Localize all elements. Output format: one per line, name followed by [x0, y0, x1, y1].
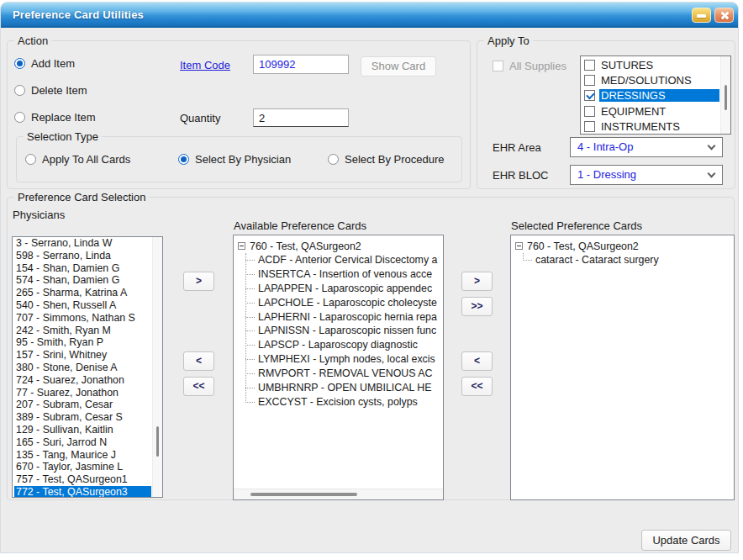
tree-root-node[interactable]: 760 - Test, QASurgeon2 [238, 239, 443, 253]
tree-child-node[interactable]: EXCCYST - Excision cysts, polyps [238, 395, 443, 409]
tree-root-label: 760 - Test, QASurgeon2 [527, 240, 639, 252]
supply-list-item[interactable]: MED/SOLUTIONS [582, 72, 719, 87]
physician-label: 707 - Simmons, Nathan S [16, 312, 135, 324]
tree-child-node[interactable]: LAPSCP - Laparoscopy diagnostic [238, 338, 443, 352]
checkbox-icon[interactable] [584, 60, 595, 71]
physician-list-item[interactable]: 154 - Shan, Damien G [14, 262, 151, 275]
tree-child-node[interactable]: LAPNISSN - Laparoscopic nissen func [238, 324, 443, 338]
ehr-area-dropdown[interactable]: 4 - Intra-Op [570, 137, 723, 157]
selection-type-radio[interactable]: Apply To All Cards [25, 153, 178, 166]
tree-child-node[interactable]: LAPHERNI - Laparoscopic hernia repa [238, 310, 443, 325]
physician-list-item[interactable]: 389 - Subram, Cesar S [14, 411, 151, 424]
minimize-icon[interactable] [692, 8, 711, 23]
tree-child-node[interactable]: UMBHRNRP - OPEN UMBILICAL HE [238, 381, 443, 395]
physician-list-item[interactable]: 207 - Subram, Cesar [14, 399, 151, 411]
all-supplies-checkbox[interactable]: All Supplies [493, 60, 566, 72]
physician-list-item[interactable]: 77 - Suarez, Jonathon [14, 387, 151, 399]
supplies-scrollbar[interactable] [720, 56, 730, 134]
physician-list-item[interactable]: 757 - Test, QASurgeon1 [14, 473, 151, 486]
action-radio[interactable]: Replace Item [14, 108, 96, 125]
physician-list-item[interactable]: 598 - Serrano, Linda [14, 250, 151, 262]
tree-child-node[interactable]: LAPCHOLE - Laparoscopic cholecyste [238, 296, 443, 310]
radio-icon [25, 154, 36, 165]
move-card-left-button[interactable]: < [461, 351, 493, 371]
physician-list-item[interactable]: 95 - Smith, Ryan P [14, 336, 151, 349]
tree-child-node[interactable]: LYMPHEXI - Lymph nodes, local excis [238, 352, 443, 367]
checkbox-icon[interactable] [584, 90, 595, 101]
show-card-button[interactable]: Show Card [361, 56, 436, 77]
physician-list-item[interactable]: 157 - Srini, Whitney [14, 349, 151, 362]
item-code-link[interactable]: Item Code [180, 59, 230, 71]
tree-root-label: 760 - Test, QASurgeon2 [250, 240, 361, 252]
move-physician-left-button[interactable]: < [183, 351, 214, 371]
action-radio[interactable]: Add Item [14, 55, 96, 71]
tree-child-node[interactable]: cataract - Cataract surgery [515, 253, 734, 267]
physician-label: 574 - Shan, Damien G [16, 274, 119, 286]
move-physician-left-all-button[interactable]: << [183, 377, 214, 396]
supply-list-item[interactable]: DRESSINGS [582, 88, 719, 103]
update-cards-button[interactable]: Update Cards [641, 530, 731, 551]
physician-list-item[interactable]: 724 - Suarez, Jonathon [14, 374, 151, 387]
physician-label: 265 - Sharma, Katrina A [16, 287, 127, 298]
supply-label: MED/SOLUTIONS [599, 74, 719, 87]
preference-card-selection-legend: Preference Card Selection [14, 191, 149, 203]
supply-list-item[interactable]: INSTRUMENTS [582, 119, 719, 135]
tree-child-node[interactable]: ACDF - Anterior Cervical Discectomy a [238, 253, 443, 267]
physician-list-item[interactable]: 380 - Stone, Denise A [14, 362, 151, 374]
tree-root-node[interactable]: 760 - Test, QASurgeon2 [515, 239, 734, 253]
move-card-right-button[interactable]: > [461, 272, 493, 291]
ehr-bloc-label: EHR BLOC [493, 169, 548, 182]
physician-list-item[interactable]: 574 - Shan, Damien G [14, 274, 151, 287]
collapse-icon[interactable] [238, 242, 245, 250]
physician-list-item[interactable]: 265 - Sharma, Katrina A [14, 287, 151, 299]
close-icon[interactable] [714, 8, 734, 23]
physicians-scrollbar[interactable] [152, 237, 162, 497]
checkbox-icon[interactable] [584, 121, 595, 132]
radio-icon [178, 154, 189, 165]
physician-list-item[interactable]: 540 - Shen, Russell A [14, 299, 151, 312]
supply-list-item[interactable]: SUTURES [582, 57, 719, 72]
checkbox-icon[interactable] [584, 106, 595, 117]
physician-list-item[interactable]: 165 - Suri, Jarrod N [14, 436, 151, 449]
available-cards-tree: 760 - Test, QASurgeon2 ACDF - Anterior C… [233, 235, 444, 500]
physician-list-item[interactable]: 135 - Tang, Maurice J [14, 449, 151, 462]
tree-child-label: ACDF - Anterior Cervical Discectomy a [258, 254, 437, 266]
quantity-field[interactable] [253, 108, 349, 127]
supply-list-item[interactable]: EQUIPMENT [582, 103, 719, 119]
scrollbar-thumb[interactable] [725, 85, 727, 110]
move-physician-right-button[interactable]: > [183, 272, 214, 291]
tree-child-node[interactable]: LAPAPPEN - Laparoscopic appendec [238, 282, 443, 296]
tree-child-node[interactable]: INSERTCA - Insertion of venous acce [238, 267, 443, 282]
physician-label: 157 - Srini, Whitney [16, 349, 107, 361]
move-card-right-all-button[interactable]: >> [461, 297, 493, 316]
physician-list-item[interactable]: 772 - Test, QASurgeon3 [14, 486, 151, 498]
action-radio[interactable]: Delete Item [14, 82, 96, 98]
tree-child-label: LAPAPPEN - Laparoscopic appendec [258, 283, 432, 294]
selection-type-radio[interactable]: Select By Procedure [328, 153, 445, 166]
selection-type-legend: Selection Type [24, 130, 102, 143]
physician-list-item[interactable]: 3 - Serrano, Linda W [14, 237, 151, 250]
tree-child-label: LAPSCP - Laparoscopy diagnostic [258, 339, 418, 351]
item-code-field[interactable] [253, 55, 349, 74]
physician-list-item[interactable]: 129 - Sullivan, Kaitlin [14, 424, 151, 436]
ehr-bloc-dropdown[interactable]: 1 - Dressing [570, 165, 723, 185]
selected-cards-tree: 760 - Test, QASurgeon2 cataract - Catara… [510, 235, 735, 500]
action-group-legend: Action [14, 34, 51, 47]
tree-children: cataract - Cataract surgery [515, 253, 734, 267]
window-title: Preference Card Utilities [13, 8, 144, 21]
physician-label: 3 - Serrano, Linda W [16, 237, 112, 249]
physicians-label: Physicians [13, 209, 65, 221]
checkbox-icon[interactable] [584, 75, 595, 86]
physician-label: 670 - Taylor, Jasmine L [16, 461, 123, 473]
move-card-left-all-button[interactable]: << [461, 377, 493, 396]
tree-child-node[interactable]: RMVPORT - REMOVAL VENOUS AC [238, 367, 443, 381]
physician-list-item[interactable]: 670 - Taylor, Jasmine L [14, 461, 151, 473]
title-bar[interactable]: Preference Card Utilities [1, 3, 738, 28]
available-tree-hscrollbar[interactable] [234, 489, 443, 499]
scrollbar-thumb[interactable] [250, 493, 357, 496]
selection-type-radio[interactable]: Select By Physician [178, 153, 328, 166]
physician-list-item[interactable]: 242 - Smith, Ryan M [14, 325, 151, 337]
collapse-icon[interactable] [515, 242, 523, 250]
physician-list-item[interactable]: 707 - Simmons, Nathan S [14, 312, 151, 325]
scrollbar-thumb[interactable] [156, 426, 159, 457]
